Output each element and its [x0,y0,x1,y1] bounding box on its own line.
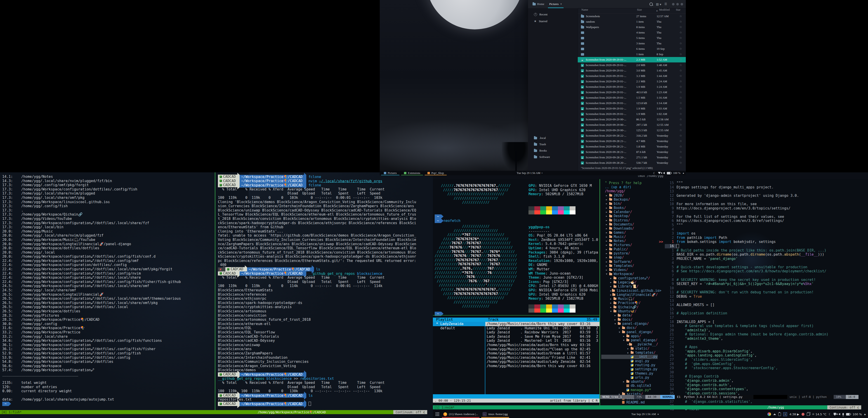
panel-clock[interactable]: Tue Sep 29 1:56 AM [631,412,659,416]
code-line[interactable]: 2from pathlib import Path [659,236,868,240]
star-icon[interactable]: ☆ [676,69,686,72]
shell-prompt-neofetch[interactable]: ~ neofetch [435,219,460,223]
caret-up-icon[interactable]: ▲ [864,413,866,415]
tree-item[interactable]: README.md [601,400,658,405]
code-line[interactable]: 12DEBUG = True [659,295,868,299]
tree-item[interactable]: ▾panel_django/ [601,338,658,342]
code-line[interactable]: 5# Quick-start development settings - un… [659,265,868,269]
tmux-status-bar[interactable]: [1] 1:nvim* /home/ygg Continuum: off ❮ [433,405,861,410]
code-line[interactable]: 25 'apps.disarb.apps.DisarbConfig', [659,349,868,354]
tmux-window-label[interactable]: [1] 1:nvim* [433,405,454,410]
code-line[interactable]: 5""" [659,223,868,227]
tree-item[interactable]: __init__.py [601,355,658,359]
tree-item[interactable]: ▸Music/ [601,235,658,239]
column-star[interactable]: Star [676,8,680,11]
tmux-pane-divider[interactable] [599,179,600,405]
code-line[interactable]: 11# SECURITY WARNING: don't run with deb… [659,290,868,295]
battery-icon[interactable] [667,172,671,174]
star-icon[interactable]: ☆ [676,14,686,18]
star-icon[interactable]: ☆ [676,74,686,78]
tree-item[interactable]: ▸Notes/ [601,239,658,243]
tree-item[interactable]: manage.py* [601,388,658,392]
code-line[interactable]: 15 [659,307,868,311]
code-line[interactable]: 16# Application definition [659,311,868,316]
code-line[interactable]: 14Django settings for django_multi_apps … [659,185,868,189]
track-item[interactable]: /home/ygg/Music/zenaida/Born this way co… [485,322,599,326]
code-line[interactable]: 12Generated by 'django-admin startprojec… [659,193,868,198]
column-name[interactable]: Name [581,8,588,11]
star-icon[interactable]: ☆ [676,53,686,56]
sidebar-item[interactable]: .local [528,135,578,141]
sidebar-item[interactable]: Software [528,154,578,160]
code-line[interactable]: 4 [659,261,868,265]
table-row[interactable]: Screenshot from 2020-09-29 01-...2.0 MB1… [578,62,686,68]
table-row[interactable]: Screenshot from 2020-09-29 00-...86.5 kB… [578,117,686,122]
tree-item[interactable]: ▸Documents/ [601,222,658,227]
code-line[interactable]: 13 [659,299,868,303]
tree-item[interactable]: ▸Public/ [601,247,658,251]
tree-item[interactable]: ▸Desktop/ [601,214,658,218]
code-buffer-settings-py[interactable]: 15"""14Django settings for django_multi_… [659,181,868,412]
table-row[interactable]: Screenshot from 2020-09-28 21-...4.7 MBY… [578,139,686,144]
autojump-pane[interactable]: 14.1: /home/ygg/Notes 14.3: /home/ygg/.l… [2,175,213,406]
table-row[interactable]: Screenshot from 2020-09-29 01-...123.8 k… [578,100,686,106]
table-row[interactable]: Screenshot from 2020-09-29 01-...3.0 MB1… [578,68,686,73]
taskbar-window-button[interactable]: (11) Shawn Anderson |... [441,410,480,418]
column-modified[interactable]: Modified [659,8,670,11]
code-line[interactable]: 1# Build paths inside the project like t… [659,248,868,253]
workspace-indicator[interactable]: 1 [783,412,787,416]
tree-item[interactable]: ▸bin/ [601,202,658,206]
code-line[interactable]: 20 'adminlte3', [659,328,868,332]
battery-icon[interactable] [846,413,850,416]
sidebar-item[interactable]: Recent [528,11,578,18]
table-row[interactable]: Wallpapers8 itemsThu☆ [578,24,686,30]
tree-item[interactable]: ▾panel-django/ [601,322,658,326]
star-icon[interactable]: ☆ [676,58,686,62]
playlist-item[interactable]: default [433,326,485,330]
tree-item[interactable]: ▸snap/ [601,256,658,260]
shell-prompt-line[interactable]: CADCAD~/Workspace/Practice🪁/CADCAD ls [218,393,432,398]
star-icon[interactable]: ☆ [676,161,686,165]
table-row[interactable]: Screenshot from 2020-09-29 01-...2.1 MB1… [578,79,686,84]
star-icon[interactable]: ☆ [676,36,686,40]
tree-item[interactable]: ▸data/ [601,314,658,318]
star-icon[interactable]: ☆ [676,107,686,110]
taskbar-window-button[interactable]: Extensions [401,171,423,175]
track-item[interactable]: Lady Zenaid . Humanite Uni Toi 201703:30… [485,326,599,330]
table-row[interactable]: Screenshot from 2020-09-29 01-...2.3 MB1… [578,57,686,62]
column-size[interactable]: Size [637,8,642,11]
star-icon[interactable]: ☆ [676,20,686,24]
code-line[interactable]: 11 [659,198,868,202]
code-line[interactable]: 10For more information on this file, see [659,202,868,206]
code-line[interactable]: 7For the full list of settings and their… [659,215,868,219]
tree-item[interactable]: ▸pystore/ [601,251,658,256]
tree-item[interactable]: ▸Templates/ [601,264,658,268]
tree-item[interactable]: ▸2020/ [601,193,658,198]
table-row[interactable]: Screenshot from 2020-09-29 01-...3.3 MB1… [578,73,686,79]
track-item[interactable]: /home/ygg/Music/zenaida/audio/Born this … [485,343,599,347]
shell-prompt-line[interactable]: CADCAD~/Workspace/Practice🪁/CADCAD fclon… [218,183,432,187]
star-icon[interactable]: ☆ [676,90,686,94]
night-light-icon[interactable]: ☾ [653,172,656,175]
tree-item[interactable]: settings.py [601,367,658,371]
tree-item[interactable]: ▾Workspace/ [601,272,658,276]
code-line[interactable]: 24 # Apps [659,345,868,349]
code-line[interactable]: 28 # 'gbm.apps.GbmConfig', [659,362,868,366]
volume-icon[interactable] [838,413,840,415]
microphone-icon[interactable] [842,413,844,415]
code-line[interactable]: 17 [659,316,868,320]
shell-prompt-line[interactable]: CADCAD~/Workspace/Practice🪁/CADCAD [218,402,432,406]
night-light-icon[interactable]: ☾ [829,413,831,416]
sidebar-item[interactable]: Trash [528,141,578,147]
tmux-pane-divider[interactable] [215,172,215,410]
table-row[interactable]: 4 itemsThu☆ [578,30,686,35]
tree-item[interactable]: ▸static/ [601,347,658,351]
code-line[interactable]: 37 # 'django.contrib.staticfiles', [659,400,868,404]
star-icon[interactable]: ☆ [676,41,686,45]
tree-item[interactable]: ▸ubuntu/ [601,380,658,384]
taskbar-window-button[interactable]: >_tmux /home/ygg [480,410,510,418]
tree-item[interactable]: routing.py [601,363,658,367]
star-icon[interactable]: ☆ [676,134,686,138]
tree-item[interactable]: ▸Software/ [601,260,658,264]
tree-item[interactable]: db.sqlite3 [601,384,658,388]
